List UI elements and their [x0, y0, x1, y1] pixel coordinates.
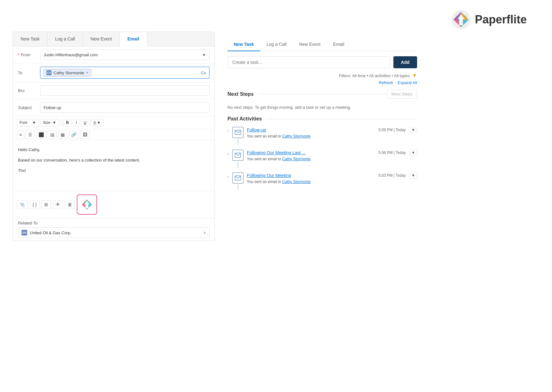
next-steps-title: Next Steps — [227, 91, 254, 97]
filter-icon[interactable]: ▼ — [412, 73, 417, 78]
logo-text: Paperflite — [475, 13, 527, 26]
mail-icon — [235, 130, 241, 135]
left-tab-new-task[interactable]: New Task — [13, 32, 47, 46]
activity-3-icon — [232, 172, 244, 184]
activity-3-line — [238, 184, 238, 191]
align-left-btn[interactable]: ⬛ — [36, 131, 46, 139]
preview-btn[interactable]: 👁 — [53, 200, 63, 209]
remove-related-to-btn[interactable]: × — [203, 230, 206, 235]
right-tab-new-event[interactable]: New Event — [293, 38, 327, 51]
attach-file-btn[interactable]: 📎 — [17, 200, 28, 209]
italic-btn[interactable]: I — [73, 119, 80, 126]
size-dropdown-btn[interactable]: Size ▼ — [40, 119, 59, 126]
ordered-list-btn[interactable]: ≡ — [17, 131, 24, 139]
activity-1-icon — [232, 127, 244, 138]
expand-all-link[interactable]: Expand All — [398, 80, 417, 85]
activity-1-title[interactable]: Follow-up — [247, 127, 266, 132]
to-row: To CS Cathy Stormonte × Cc — [13, 64, 215, 82]
activity-1-connector — [232, 127, 244, 145]
actions-row: Refresh Expand All — [227, 80, 417, 85]
activity-2-line — [238, 162, 238, 168]
activity-2-recipient-link[interactable]: Cathy Stormonte — [282, 157, 311, 161]
from-select[interactable]: Justin.Hilfenhaus@gmail.com ▼ — [40, 50, 209, 60]
paperflite-logo-icon — [451, 9, 471, 30]
left-tabs: New Task Log a Call New Event Email — [13, 32, 215, 46]
activity-1-expand-btn[interactable]: › — [227, 128, 229, 134]
activity-1-dropdown-btn[interactable]: ▼ — [409, 127, 417, 133]
refresh-link[interactable]: Refresh — [379, 80, 393, 85]
activity-3-subtitle: You sent an email to Cathy Stormonte — [247, 180, 417, 184]
activity-3-expand-btn[interactable]: › — [227, 174, 229, 179]
related-to-inner: UO United Oil & Gas Corp. — [21, 230, 71, 236]
underline-btn[interactable]: U — [81, 119, 89, 126]
align-right-btn[interactable]: ▦ — [58, 131, 67, 139]
remove-recipient-btn[interactable]: × — [86, 70, 88, 75]
from-label: From — [18, 52, 40, 57]
size-label: Size — [43, 120, 50, 125]
to-label: To — [18, 70, 40, 75]
activity-item: › Following Our Meeting 5:03 PM | Today … — [227, 172, 417, 191]
activity-3-recipient-link[interactable]: Cathy Stormonte — [282, 180, 311, 184]
activity-2-title[interactable]: Following Our Meeting Last ... — [247, 150, 306, 155]
activity-1-meta: 5:09 PM | Today ▼ — [379, 127, 417, 133]
code-btn[interactable]: { } — [30, 200, 39, 209]
activity-3-dropdown-btn[interactable]: ▼ — [409, 172, 417, 179]
subject-label: Subject — [18, 105, 40, 110]
related-to-tag: UO United Oil & Gas Corp. × — [18, 227, 209, 238]
unordered-list-btn[interactable]: ☰ — [26, 131, 35, 139]
activity-3-meta: 5:03 PM | Today ▼ — [379, 172, 417, 179]
mail-icon — [235, 153, 241, 158]
recipient-name: Cathy Stormonte — [53, 70, 84, 75]
from-dropdown-arrow: ▼ — [202, 53, 206, 57]
link-btn[interactable]: 🔗 — [69, 131, 79, 139]
from-row: From Justin.Hilfenhaus@gmail.com ▼ — [13, 46, 215, 64]
activity-2-title-row: Following Our Meeting Last ... 5:06 PM |… — [247, 150, 417, 156]
recipient-icon: CS — [46, 70, 52, 75]
editor-toolbar-row2: ≡ ☰ ⬛ ▤ ▦ 🔗 🖼 — [13, 129, 215, 140]
recipient-tag: CS Cathy Stormonte × — [44, 69, 91, 77]
font-arrow: ▼ — [32, 120, 36, 125]
subject-input[interactable] — [40, 102, 209, 113]
cc-link[interactable]: Cc — [201, 70, 206, 75]
filters-text: Filters: All time • All activities • All… — [339, 73, 409, 78]
bcc-row: Bcc — [13, 82, 215, 99]
bcc-input[interactable] — [40, 85, 209, 96]
bold-btn[interactable]: B — [63, 119, 72, 126]
email-body[interactable]: Hello Cathy, Based on our conversation, … — [13, 140, 215, 191]
activity-2-expand-btn[interactable]: › — [227, 151, 229, 156]
activity-3-title[interactable]: Following Our Meeting — [247, 173, 291, 178]
paperflite-send-btn[interactable] — [77, 194, 97, 215]
paperflite-send-icon — [80, 198, 94, 211]
left-tab-new-event[interactable]: New Event — [83, 32, 120, 46]
task-input-row: Add — [227, 56, 417, 68]
from-value: Justin.Hilfenhaus@gmail.com — [44, 52, 98, 57]
font-dropdown-btn[interactable]: Font ▼ — [17, 119, 39, 126]
past-activities-header: Past Activities — [227, 116, 417, 122]
left-tab-log-call[interactable]: Log a Call — [47, 32, 83, 46]
logo-area: Paperflite — [451, 9, 527, 30]
mail-icon — [235, 175, 241, 181]
subject-row: Subject — [13, 99, 215, 116]
activity-1-recipient-link[interactable]: Cathy Stormonte — [282, 134, 311, 138]
to-field[interactable]: CS Cathy Stormonte × Cc — [40, 67, 209, 79]
email-line3: Thx! — [18, 168, 209, 174]
add-task-btn[interactable]: Add — [393, 56, 417, 68]
left-panel: New Task Log a Call New Event Email From… — [13, 32, 215, 241]
activity-1-subtitle: You sent an email to Cathy Stormonte — [247, 134, 417, 138]
task-input[interactable] — [227, 56, 390, 68]
template-btn[interactable]: ⊞ — [41, 200, 51, 209]
activity-2-dropdown-btn[interactable]: ▼ — [409, 150, 417, 156]
left-tab-email[interactable]: Email — [120, 32, 147, 46]
activity-1-line — [238, 139, 238, 145]
font-label: Font — [20, 120, 27, 125]
right-tab-new-task[interactable]: New Task — [227, 38, 260, 51]
align-center-btn[interactable]: ▤ — [48, 131, 57, 139]
more-steps-btn[interactable]: More Steps — [387, 89, 417, 99]
image-btn[interactable]: 🖼 — [80, 131, 90, 139]
font-color-btn[interactable]: A ▼ — [91, 119, 104, 126]
delete-btn[interactable]: 🗑 — [65, 200, 75, 209]
right-panel: New Task Log a Call New Event Email Add … — [227, 38, 417, 195]
right-tab-log-call[interactable]: Log a Call — [260, 38, 293, 51]
next-steps-divider — [258, 94, 387, 94]
right-tab-email[interactable]: Email — [327, 38, 350, 51]
